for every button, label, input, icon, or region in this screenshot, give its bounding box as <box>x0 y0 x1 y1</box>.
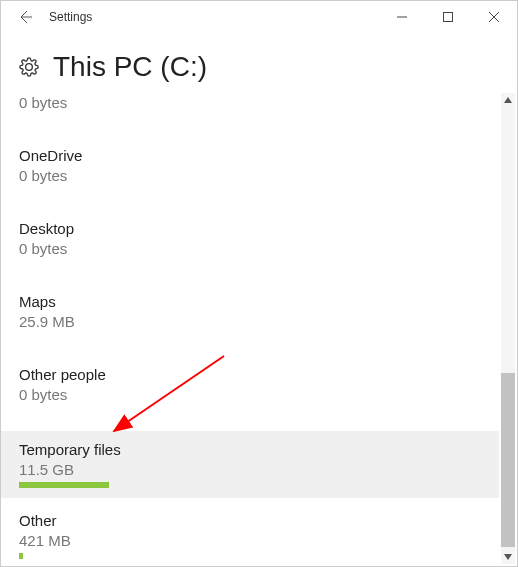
close-icon <box>489 12 499 22</box>
storage-category-maps[interactable]: Maps 25.9 MB <box>19 285 487 344</box>
storage-categories: Mail 0 bytes OneDrive 0 bytes Desktop 0 … <box>1 93 499 564</box>
window-title: Settings <box>49 10 92 24</box>
minimize-icon <box>397 12 407 22</box>
category-size: 0 bytes <box>19 94 487 111</box>
category-size: 11.5 GB <box>19 461 487 478</box>
category-label: Maps <box>19 293 487 310</box>
svg-rect-0 <box>444 13 453 22</box>
category-size: 421 MB <box>19 532 487 549</box>
category-label: OneDrive <box>19 147 487 164</box>
close-button[interactable] <box>471 1 517 33</box>
category-label: Temporary files <box>19 441 487 458</box>
window-controls <box>379 1 517 33</box>
storage-category-onedrive[interactable]: OneDrive 0 bytes <box>19 139 487 198</box>
category-label: Other people <box>19 366 487 383</box>
storage-category-desktop[interactable]: Desktop 0 bytes <box>19 212 487 271</box>
chevron-up-icon <box>504 97 512 103</box>
scroll-up-button[interactable] <box>501 93 515 107</box>
maximize-icon <box>443 12 453 22</box>
arrow-left-icon <box>17 9 33 25</box>
usage-bar <box>19 482 109 488</box>
scrollbar[interactable] <box>501 93 515 564</box>
category-label: Other <box>19 512 487 529</box>
category-size: 25.9 MB <box>19 313 487 330</box>
gear-icon <box>19 57 39 77</box>
titlebar-left: Settings <box>15 7 92 27</box>
storage-category-other[interactable]: Other 421 MB <box>19 504 487 564</box>
page-title: This PC (C:) <box>53 51 207 83</box>
page-header: This PC (C:) <box>1 33 517 93</box>
storage-category-other-people[interactable]: Other people 0 bytes <box>19 358 487 417</box>
titlebar: Settings <box>1 1 517 33</box>
content-wrapper: Mail 0 bytes OneDrive 0 bytes Desktop 0 … <box>1 93 517 564</box>
scroll-down-button[interactable] <box>501 550 515 564</box>
chevron-down-icon <box>504 554 512 560</box>
usage-bar <box>19 553 23 559</box>
minimize-button[interactable] <box>379 1 425 33</box>
storage-category-mail[interactable]: Mail 0 bytes <box>19 93 487 125</box>
category-size: 0 bytes <box>19 386 487 403</box>
category-size: 0 bytes <box>19 240 487 257</box>
category-size: 0 bytes <box>19 167 487 184</box>
storage-category-temporary-files[interactable]: Temporary files 11.5 GB <box>1 431 499 498</box>
scrollbar-thumb[interactable] <box>501 373 515 547</box>
maximize-button[interactable] <box>425 1 471 33</box>
content-scroll-area: Mail 0 bytes OneDrive 0 bytes Desktop 0 … <box>1 93 517 564</box>
category-label: Desktop <box>19 220 487 237</box>
back-button[interactable] <box>15 7 35 27</box>
